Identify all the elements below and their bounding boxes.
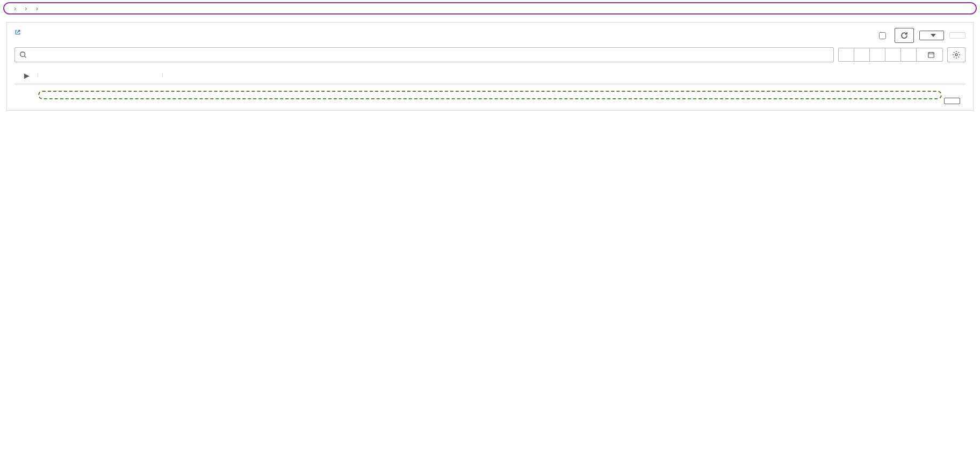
copy-button[interactable]: [944, 98, 960, 104]
page-subtitle: [15, 29, 21, 37]
view-as-text-checkbox[interactable]: [879, 32, 889, 39]
chevron-right-icon: ›: [25, 4, 27, 12]
learn-more-link[interactable]: [15, 29, 21, 37]
time-custom-button[interactable]: [917, 48, 942, 61]
calendar-icon: [927, 51, 935, 59]
filter-events-input[interactable]: [30, 50, 829, 59]
actions-button[interactable]: [919, 31, 944, 40]
refresh-button[interactable]: [895, 28, 914, 43]
time-12h-button[interactable]: [901, 48, 917, 61]
time-30m-button[interactable]: [870, 48, 885, 61]
time-1h-button[interactable]: [885, 48, 901, 61]
clear-time-button[interactable]: [839, 48, 854, 61]
filter-events-search[interactable]: [15, 47, 834, 62]
view-as-text-input[interactable]: [879, 32, 886, 39]
breadcrumb: › › ›: [3, 2, 977, 14]
expanded-json-block: [38, 91, 942, 99]
settings-button[interactable]: [947, 47, 965, 62]
gear-icon: [952, 50, 961, 59]
log-events-panel: ▶: [6, 22, 974, 111]
search-icon: [19, 51, 27, 59]
chevron-down-icon: [931, 34, 936, 37]
log-events-table: ▶: [15, 67, 965, 108]
expanded-log-detail: [15, 89, 965, 104]
svg-point-0: [20, 52, 25, 57]
svg-point-2: [955, 54, 957, 56]
column-header-message[interactable]: [163, 71, 965, 79]
no-newer-events-row: [15, 104, 965, 108]
no-older-events-row: [15, 84, 965, 89]
expand-all-toggle[interactable]: ▶: [24, 72, 29, 79]
refresh-icon: [900, 31, 909, 40]
chevron-right-icon: ›: [36, 4, 38, 12]
time-1m-button[interactable]: [854, 48, 870, 61]
svg-rect-1: [928, 53, 934, 58]
external-link-icon: [15, 29, 21, 35]
time-range-selector: [838, 48, 943, 62]
column-header-timestamp[interactable]: [38, 71, 163, 79]
create-metric-filter-button[interactable]: [949, 32, 965, 39]
chevron-right-icon: ›: [14, 4, 16, 12]
